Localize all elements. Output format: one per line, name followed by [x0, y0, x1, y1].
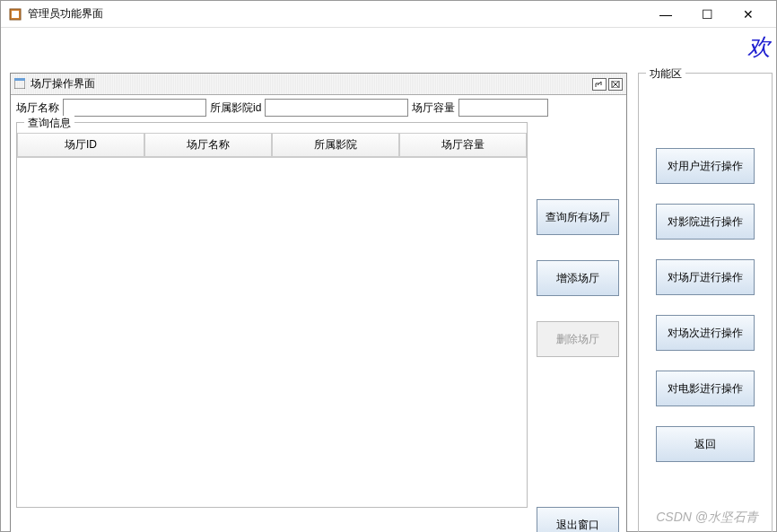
subwindow-titlebar: 场厅操作界面 [11, 74, 626, 95]
function-legend: 功能区 [646, 66, 685, 82]
delete-hall-button: 删除场厅 [537, 321, 619, 357]
movie-operation-button[interactable]: 对电影进行操作 [656, 371, 755, 406]
hall-operation-button[interactable]: 对场厅进行操作 [656, 259, 755, 295]
hall-name-input[interactable] [63, 99, 206, 117]
welcome-text: 欢 [747, 31, 771, 63]
hall-name-label: 场厅名称 [16, 100, 59, 116]
back-button[interactable]: 返回 [656, 426, 755, 462]
main-window: 管理员功能界面 — ☐ ✕ 欢 场厅操作界面 [0, 0, 777, 532]
add-hall-button[interactable]: 增添场厅 [537, 260, 619, 296]
content-area: 欢 场厅操作界面 场厅名称 所属影院id [1, 28, 776, 531]
col-capacity[interactable]: 场厅容量 [399, 133, 527, 157]
minimize-button[interactable]: — [645, 1, 686, 28]
query-fieldset: 查询信息 场厅ID 场厅名称 所属影院 场厅容量 [16, 122, 528, 508]
subwindow-controls [592, 78, 623, 91]
svg-rect-1 [12, 11, 19, 18]
window-title: 管理员功能界面 [28, 6, 645, 22]
hall-capacity-label: 场厅容量 [412, 100, 455, 116]
function-body: 对用户进行操作 对影院进行操作 对场厅进行操作 对场次进行操作 对电影进行操作 … [639, 89, 772, 462]
titlebar: 管理员功能界面 — ☐ ✕ [1, 1, 776, 28]
subwindow-title: 场厅操作界面 [31, 76, 592, 92]
maximize-button[interactable]: ☐ [686, 1, 728, 28]
table-body [17, 158, 527, 337]
user-operation-button[interactable]: 对用户进行操作 [656, 148, 755, 184]
function-panel: 功能区 对用户进行操作 对影院进行操作 对场厅进行操作 对场次进行操作 对电影进… [638, 73, 773, 532]
window-controls: — ☐ ✕ [645, 1, 769, 28]
cinema-id-label: 所属影院id [210, 100, 261, 116]
col-cinema[interactable]: 所属影院 [272, 133, 399, 157]
exit-window-button[interactable]: 退出窗口 [537, 507, 619, 532]
close-button[interactable]: ✕ [728, 1, 769, 28]
action-buttons: 查询所有场厅 增添场厅 删除场厅 [537, 199, 619, 357]
col-hall-id[interactable]: 场厅ID [17, 133, 144, 157]
session-operation-button[interactable]: 对场次进行操作 [656, 315, 755, 351]
hall-capacity-input[interactable] [458, 99, 548, 117]
subwindow-maximize-button[interactable] [592, 78, 607, 91]
app-icon [8, 7, 22, 22]
subwindow-icon [14, 78, 27, 91]
col-hall-name[interactable]: 场厅名称 [144, 133, 272, 157]
cinema-operation-button[interactable]: 对影院进行操作 [656, 204, 755, 240]
hall-operation-subwindow: 场厅操作界面 场厅名称 所属影院id 场厅容量 [10, 73, 627, 532]
svg-rect-3 [14, 78, 25, 81]
subwindow-close-button[interactable] [608, 78, 623, 91]
query-all-button[interactable]: 查询所有场厅 [537, 199, 619, 235]
table-header: 场厅ID 场厅名称 所属影院 场厅容量 [17, 133, 527, 158]
cinema-id-input[interactable] [265, 99, 408, 117]
query-legend: 查询信息 [24, 116, 74, 131]
form-row: 场厅名称 所属影院id 场厅容量 [11, 95, 626, 120]
